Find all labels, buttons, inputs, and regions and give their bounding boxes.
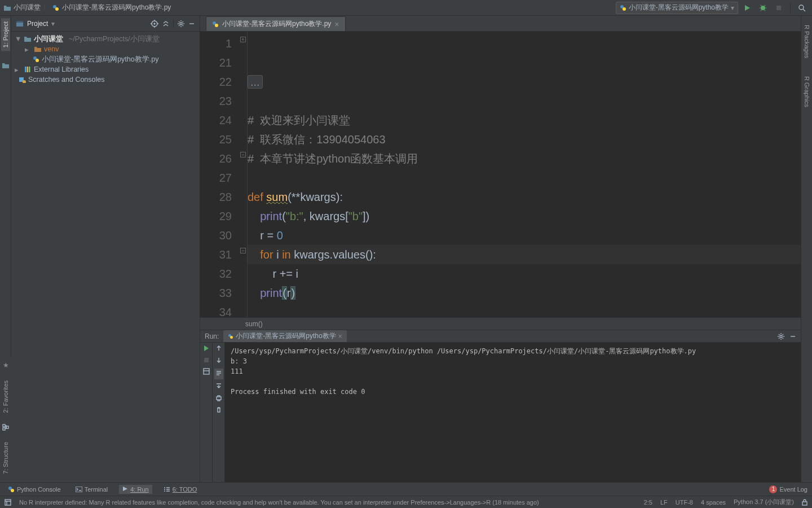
svg-point-20 xyxy=(215,24,218,27)
tree-project-root[interactable]: ▼ 小闫课堂 ~/PycharmProjects/小闫课堂 xyxy=(11,34,200,44)
chevron-down-icon[interactable]: ▾ xyxy=(51,20,55,28)
tree-ext-libs-label: External Libraries xyxy=(34,65,89,73)
run-header: Run: 小闫课堂-黑客云源码网pytho教学 × xyxy=(200,330,801,343)
structure-icon xyxy=(2,424,9,431)
line-separator[interactable]: LF xyxy=(660,499,668,506)
code-editor[interactable]: ... # 欢迎来到小闫课堂 # 联系微信：13904054063 # 本章节讲… xyxy=(248,32,801,317)
tree-scratches[interactable]: Scratches and Consoles xyxy=(11,75,200,85)
folder-icon[interactable] xyxy=(2,62,10,69)
r-packages-tab[interactable]: R Packages xyxy=(802,21,811,62)
minimize-icon[interactable] xyxy=(789,333,796,340)
event-log-button[interactable]: 1 Event Log xyxy=(769,485,807,493)
svg-rect-27 xyxy=(3,424,5,427)
svg-rect-34 xyxy=(802,502,807,505)
svg-point-6 xyxy=(799,5,804,10)
stop-button[interactable] xyxy=(772,1,785,15)
tree-root-name: 小闫课堂 xyxy=(34,34,63,44)
python-console-tab[interactable]: Python Console xyxy=(5,485,64,494)
status-message[interactable]: No R interpreter defined: Many R related… xyxy=(19,499,539,506)
favorites-tab[interactable]: 2: Favorites xyxy=(1,377,10,416)
todo-tab[interactable]: 6: TODO xyxy=(160,485,201,494)
trash-icon[interactable] xyxy=(215,406,222,415)
editor-body[interactable]: 12122232425262728293031323334 + − − ... … xyxy=(200,32,801,317)
terminal-icon xyxy=(76,487,82,492)
chevron-right-icon: 〉 xyxy=(43,3,50,12)
collapse-all-icon[interactable] xyxy=(162,20,170,28)
run-tab-bottom[interactable]: 4: Run xyxy=(119,485,152,494)
svg-point-10 xyxy=(154,23,155,24)
stop-icon[interactable] xyxy=(204,357,209,365)
project-panel: Project ▾ ▼ 小闫课堂 ~/PycharmProjects/小闫课堂 … xyxy=(11,16,200,482)
indent-info[interactable]: 4 spaces xyxy=(701,499,726,506)
close-icon[interactable]: × xyxy=(334,20,339,29)
breadcrumb[interactable]: 小闫课堂 〉 小闫课堂-黑客云源码网pytho教学.py xyxy=(3,3,171,12)
svg-rect-15 xyxy=(27,67,29,72)
svg-rect-16 xyxy=(29,67,30,72)
tree-file[interactable]: 小闫课堂-黑客云源码网pytho教学.py xyxy=(11,54,200,64)
debug-button[interactable] xyxy=(756,1,770,15)
run-toolbar-secondary xyxy=(213,343,225,482)
gear-icon[interactable] xyxy=(777,332,785,340)
down-icon[interactable] xyxy=(215,357,222,365)
fold-gutter[interactable]: + − − xyxy=(240,32,248,317)
chevron-right-icon: ▸ xyxy=(15,65,21,74)
scroll-to-end-icon[interactable] xyxy=(215,383,222,391)
minimize-icon[interactable] xyxy=(188,20,195,27)
tree-venv-label: venv xyxy=(44,45,59,53)
svg-point-22 xyxy=(230,336,233,339)
svg-rect-25 xyxy=(204,369,209,374)
python-file-icon xyxy=(620,5,626,11)
run-config-selector[interactable]: 小闫课堂-黑客云源码网pytho教学 ▾ xyxy=(616,2,738,14)
lock-icon[interactable] xyxy=(802,499,807,506)
run-toolbar-left xyxy=(200,343,213,482)
r-graphics-tab[interactable]: R Graphics xyxy=(802,73,811,111)
todo-icon xyxy=(164,487,170,492)
file-encoding[interactable]: UTF-8 xyxy=(676,499,693,506)
run-tab-label: 小闫课堂-黑客云源码网pytho教学 xyxy=(236,331,336,341)
run-tab[interactable]: 小闫课堂-黑客云源码网pytho教学 × xyxy=(223,330,346,342)
svg-point-23 xyxy=(780,335,782,338)
library-icon xyxy=(24,66,32,73)
gear-icon[interactable] xyxy=(177,20,185,28)
folder-icon xyxy=(34,46,42,52)
svg-point-31 xyxy=(11,489,14,492)
project-tool-tab[interactable]: 1: Project xyxy=(1,18,10,51)
svg-point-1 xyxy=(55,7,59,11)
console-output[interactable]: /Users/ysp/PycharmProjects/小闫课堂/venv/bin… xyxy=(225,343,801,482)
structure-tab[interactable]: 7: Structure xyxy=(1,439,10,478)
navigation-bar: 小闫课堂 〉 小闫课堂-黑客云源码网pytho教学.py 小闫课堂-黑客云源码网… xyxy=(0,0,812,16)
svg-rect-24 xyxy=(204,358,209,362)
project-panel-title[interactable]: Project xyxy=(27,20,48,28)
main-area: 1: Project Project ▾ ▼ 小闫课堂 ~/PycharmPro… xyxy=(0,16,812,482)
svg-rect-8 xyxy=(16,21,23,23)
python-file-icon xyxy=(52,4,60,12)
terminal-tab[interactable]: Terminal xyxy=(72,485,112,494)
svg-point-4 xyxy=(761,6,765,10)
cursor-position[interactable]: 2:5 xyxy=(644,499,652,506)
editor-tab[interactable]: 小闫课堂-黑客云源码网pytho教学.py × xyxy=(206,16,346,31)
locate-icon[interactable] xyxy=(151,20,158,28)
tool-windows-icon[interactable] xyxy=(5,499,11,506)
breadcrumb-project[interactable]: 小闫课堂 xyxy=(14,3,41,12)
search-button[interactable] xyxy=(795,1,809,15)
editor-breadcrumb[interactable]: sum() xyxy=(200,317,801,330)
layout-icon[interactable] xyxy=(203,368,210,376)
project-tree[interactable]: ▼ 小闫课堂 ~/PycharmProjects/小闫课堂 ▸ venv 小闫课… xyxy=(11,32,200,87)
breadcrumb-file[interactable]: 小闫课堂-黑客云源码网pytho教学.py xyxy=(62,3,171,12)
run-tool-window: Run: 小闫课堂-黑客云源码网pytho教学 × xyxy=(200,330,801,482)
python-file-icon xyxy=(228,334,233,339)
tree-root-path: ~/PycharmProjects/小闫课堂 xyxy=(69,34,160,44)
toolbar-right: 小闫课堂-黑客云源码网pytho教学 ▾ xyxy=(616,1,809,15)
soft-wrap-icon[interactable] xyxy=(214,369,223,379)
run-button[interactable] xyxy=(740,1,754,15)
up-icon[interactable] xyxy=(215,345,222,353)
tree-external-libs[interactable]: ▸ External Libraries xyxy=(11,64,200,75)
interpreter-info[interactable]: Python 3.7 (小闫课堂) xyxy=(734,498,794,506)
bottom-tool-tabs: Python Console Terminal 4: Run 6: TODO 1… xyxy=(0,482,812,496)
python-icon xyxy=(8,486,15,493)
rerun-icon[interactable] xyxy=(203,345,210,353)
tree-venv[interactable]: ▸ venv xyxy=(11,44,200,54)
print-icon[interactable] xyxy=(215,395,222,403)
close-icon[interactable]: × xyxy=(338,332,342,340)
editor-tab-label: 小闫课堂-黑客云源码网pytho教学.py xyxy=(222,19,331,29)
